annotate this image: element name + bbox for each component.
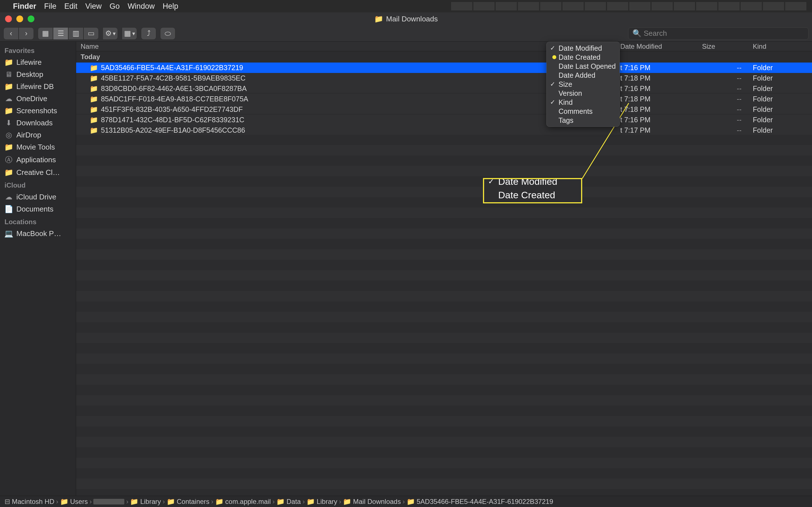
- sidebar-item[interactable]: ⒶApplications: [0, 153, 76, 166]
- column-header-date[interactable]: Date Modified: [620, 43, 702, 50]
- close-button[interactable]: [5, 15, 12, 22]
- column-header-size[interactable]: Size: [702, 43, 753, 50]
- file-date-cell: t 7:16 PM: [620, 64, 702, 72]
- file-kind-cell: Folder: [753, 95, 812, 103]
- breadcrumb-item[interactable]: [93, 499, 124, 504]
- breadcrumb-label: Macintosh HD: [12, 498, 54, 506]
- file-row[interactable]: 📁878D1471-432C-48D1-BF5D-C62F8339231Ct 7…: [76, 115, 812, 125]
- file-row[interactable]: 📁451FF3F6-832B-4035-A650-4FFD2E7743DFt 7…: [76, 104, 812, 115]
- view-gallery-button[interactable]: ▭: [84, 27, 99, 40]
- minimize-button[interactable]: [16, 15, 23, 22]
- cloud-icon: ☁: [4, 193, 13, 202]
- breadcrumb-separator: ›: [211, 498, 213, 506]
- context-menu-label: Date Last Opened: [559, 62, 616, 70]
- sidebar-item[interactable]: 📄Documents: [0, 203, 76, 215]
- file-row[interactable]: 📁45BE1127-F5A7-4C2B-9581-5B9AEB9835ECt 7…: [76, 73, 812, 83]
- file-row[interactable]: 📁83D8CBD0-6F82-4462-A6E1-3BCA0F8287BAt 7…: [76, 83, 812, 94]
- check-icon: ✓: [550, 45, 555, 52]
- folder-icon: 📁: [374, 15, 383, 23]
- cloud-icon: ☁: [4, 94, 13, 103]
- search-field[interactable]: 🔍 Search: [628, 27, 809, 40]
- sidebar-item[interactable]: 📁Movie Tools: [0, 141, 76, 153]
- breadcrumb-separator: ›: [126, 498, 128, 506]
- file-row[interactable]: 📁85ADC1FF-F018-4EA9-A818-CC7EBE8F075At 7…: [76, 94, 812, 104]
- sidebar-item-label: MacBook P…: [16, 229, 61, 238]
- menu-go[interactable]: Go: [110, 2, 120, 11]
- tags-button[interactable]: ⬭: [160, 27, 175, 40]
- view-columns-button[interactable]: ▥: [68, 27, 84, 40]
- sidebar-item[interactable]: ⬇Downloads: [0, 117, 76, 129]
- file-name: 85ADC1FF-F018-4EA9-A818-CC7EBE8F075A: [101, 95, 248, 103]
- finder-window: 📁 Mail Downloads ‹ › ▦ ☰ ▥ ▭ ⚙▾ ▦▾ ⤴ ⬭ 🔍…: [0, 12, 812, 507]
- breadcrumb-item[interactable]: ⊟Macintosh HD: [4, 498, 54, 506]
- breadcrumb-label: com.apple.mail: [225, 498, 271, 506]
- context-menu-item[interactable]: Date Last Opened: [547, 62, 619, 71]
- window-title: 📁 Mail Downloads: [374, 15, 438, 23]
- sidebar-item[interactable]: 📁Lifewire: [0, 56, 76, 68]
- path-bar: ⊟Macintosh HD›📁Users››📁Library›📁Containe…: [0, 496, 812, 507]
- folder-icon: 📁: [167, 498, 175, 506]
- forward-button[interactable]: ›: [18, 27, 34, 40]
- context-menu-item[interactable]: Version: [547, 89, 619, 98]
- breadcrumb-item[interactable]: 📁Mail Downloads: [343, 498, 401, 506]
- context-menu-item[interactable]: ✓Kind: [547, 98, 619, 107]
- column-headers[interactable]: Name Date Modified Size Kind: [76, 42, 812, 51]
- breadcrumb-item[interactable]: 📁5AD35466-FBE5-4A4E-A31F-619022B37219: [407, 498, 553, 506]
- breadcrumb-item[interactable]: 📁Data: [276, 498, 301, 506]
- column-header-kind[interactable]: Kind: [753, 43, 812, 50]
- sidebar-item[interactable]: 🖥Desktop: [0, 68, 76, 80]
- sidebar-item[interactable]: 💻MacBook P…: [0, 228, 76, 240]
- file-size-cell: --: [702, 95, 753, 103]
- breadcrumb-item[interactable]: 📁Containers: [167, 498, 209, 506]
- window-controls: [0, 15, 35, 22]
- sidebar-item[interactable]: ☁iCloud Drive: [0, 191, 76, 203]
- breadcrumb-item[interactable]: 📁Library: [130, 498, 161, 506]
- view-icons-button[interactable]: ▦: [38, 27, 53, 40]
- column-header-name[interactable]: Name: [76, 43, 620, 50]
- sidebar-item[interactable]: 📁Creative Cl…: [0, 166, 76, 179]
- app-name[interactable]: Finder: [13, 2, 36, 11]
- context-menu-item[interactable]: ✓Date Modified: [547, 44, 619, 53]
- context-menu-item[interactable]: Tags: [547, 116, 619, 125]
- breadcrumb-item[interactable]: 📁Library: [306, 498, 337, 506]
- context-menu-item[interactable]: Date Added: [547, 71, 619, 80]
- view-list-button[interactable]: ☰: [53, 27, 68, 40]
- sidebar-item[interactable]: 📁Lifewire DB: [0, 80, 76, 93]
- sidebar-item[interactable]: 📁Screenshots: [0, 105, 76, 117]
- file-row[interactable]: 📁51312B05-A202-49EF-B1A0-D8F5456CCC86t 7…: [76, 125, 812, 135]
- file-kind-cell: Folder: [753, 105, 812, 114]
- back-button[interactable]: ‹: [3, 27, 18, 40]
- file-name: 878D1471-432C-48D1-BF5D-C62F8339231C: [101, 116, 245, 124]
- file-name: 451FF3F6-832B-4035-A650-4FFD2E7743DF: [101, 105, 243, 114]
- doc-icon: 📄: [4, 205, 13, 214]
- menu-window[interactable]: Window: [128, 2, 155, 11]
- action-menu-button[interactable]: ⚙▾: [103, 27, 118, 40]
- arrange-menu-button[interactable]: ▦▾: [122, 27, 137, 40]
- folder-icon: 📁: [343, 498, 351, 506]
- context-menu-item[interactable]: Date Created: [547, 53, 619, 62]
- callout-row-main: Date Created: [484, 188, 581, 202]
- file-name: 5AD35466-FBE5-4A4E-A31F-619022B37219: [101, 64, 243, 72]
- folder-icon: 📁: [90, 95, 98, 103]
- file-row[interactable]: 📁5AD35466-FBE5-4A4E-A31F-619022B37219t 7…: [76, 62, 812, 73]
- check-icon: ✓: [550, 99, 555, 106]
- menu-view[interactable]: View: [86, 2, 102, 11]
- zoom-button[interactable]: [28, 15, 35, 22]
- menu-help[interactable]: Help: [163, 2, 179, 11]
- context-menu-item[interactable]: Comments: [547, 107, 619, 116]
- breadcrumb-item[interactable]: 📁com.apple.mail: [215, 498, 271, 506]
- context-menu-label: Size: [559, 80, 572, 89]
- breadcrumb-separator: ›: [89, 498, 92, 506]
- context-menu-item[interactable]: ✓Size: [547, 80, 619, 89]
- sidebar-item-label: Creative Cl…: [16, 168, 60, 177]
- sidebar-item-label: Screenshots: [16, 107, 57, 115]
- menu-file[interactable]: File: [44, 2, 57, 11]
- menu-edit[interactable]: Edit: [64, 2, 78, 11]
- file-date-cell: t 7:18 PM: [620, 74, 702, 82]
- sidebar-item[interactable]: ◎AirDrop: [0, 129, 76, 141]
- share-button[interactable]: ⤴: [141, 27, 156, 40]
- breadcrumb-item[interactable]: 📁Users: [60, 498, 88, 506]
- sidebar-item[interactable]: ☁OneDrive: [0, 93, 76, 105]
- sidebar-item-label: Downloads: [16, 119, 53, 127]
- titlebar: 📁 Mail Downloads: [0, 12, 812, 25]
